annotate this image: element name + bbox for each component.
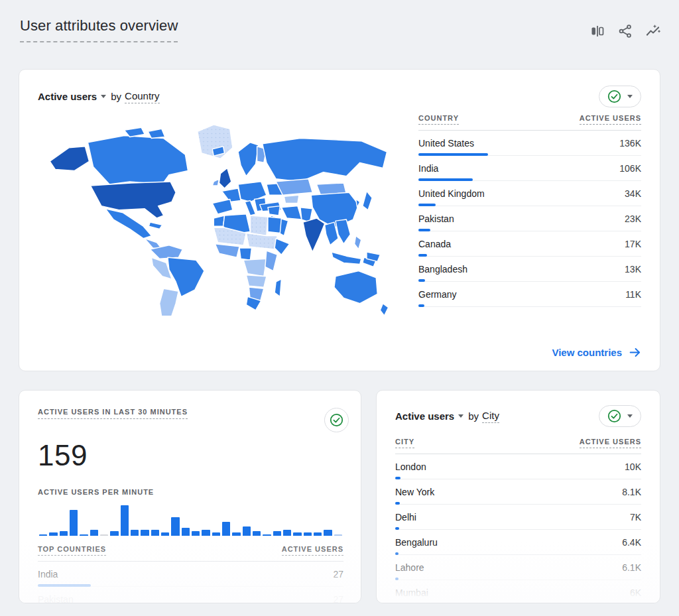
- column-header-dimension[interactable]: CITY: [395, 438, 414, 448]
- minute-bar: [283, 530, 291, 536]
- insights-icon[interactable]: [645, 23, 662, 40]
- row-value: 136K: [619, 138, 641, 149]
- view-countries-link[interactable]: View countries: [552, 346, 641, 359]
- column-header-dimension[interactable]: TOP COUNTRIES: [38, 545, 106, 556]
- user-attributes-overview-page: User attributes overview: [0, 0, 679, 616]
- minute-bar: [314, 532, 322, 536]
- table-row[interactable]: Germany11K: [418, 282, 641, 307]
- minute-bar: [151, 530, 159, 536]
- row-bar: [395, 527, 641, 530]
- data-quality-button[interactable]: [324, 408, 349, 432]
- row-label: Lahore: [395, 562, 424, 573]
- table-row[interactable]: Delhi7K: [395, 505, 641, 530]
- title-by: by: [468, 410, 479, 422]
- dimension-selector[interactable]: City: [482, 410, 499, 423]
- row-label: Delhi: [395, 512, 416, 523]
- table-row[interactable]: India27: [38, 562, 343, 587]
- table-row[interactable]: India106K: [418, 156, 641, 181]
- row-value: 27: [333, 569, 343, 580]
- caret-down-icon: [458, 414, 463, 418]
- minute-bar: [60, 531, 68, 536]
- table-row[interactable]: Bengaluru6.4K: [395, 530, 641, 555]
- minute-bar: [90, 530, 98, 536]
- table-row[interactable]: United Kingdom34K: [418, 181, 641, 206]
- row-label: India: [418, 163, 438, 174]
- row-value: 17K: [625, 239, 641, 249]
- title-by: by: [111, 91, 121, 102]
- minute-bar: [141, 530, 149, 536]
- table-row[interactable]: Pakistan23K: [418, 206, 641, 231]
- active-users-by-country-card: Active users by Country: [19, 69, 660, 371]
- minute-bar: [49, 532, 57, 536]
- row-bar: [418, 204, 641, 206]
- row-bar: [395, 603, 641, 603]
- minute-bar: [182, 528, 190, 536]
- minute-bar: [202, 530, 210, 536]
- row-value: 13K: [625, 264, 641, 275]
- caret-down-icon: [101, 95, 106, 98]
- row-bar: [395, 477, 641, 479]
- world-choropleth-map[interactable]: [38, 119, 404, 316]
- row-value: 6.4K: [622, 537, 641, 548]
- table-row[interactable]: London10K: [395, 454, 641, 479]
- comparison-icon[interactable]: [589, 23, 606, 40]
- row-label: India: [38, 569, 58, 580]
- city-table: CITYACTIVE USERSLondon10KNew York8.1KDel…: [395, 438, 641, 603]
- view-countries-label: View countries: [552, 347, 622, 358]
- row-value: 106K: [619, 163, 641, 174]
- row-label: Bangladesh: [418, 264, 467, 275]
- minute-bar: [80, 534, 88, 536]
- table-row[interactable]: Lahore6.1K: [395, 555, 641, 580]
- minute-bar: [222, 522, 230, 536]
- row-bar: [395, 502, 641, 505]
- column-header-metric[interactable]: ACTIVE USERS: [580, 114, 641, 125]
- column-header-dimension[interactable]: COUNTRY: [418, 114, 459, 125]
- minute-bar: [293, 532, 301, 536]
- table-row[interactable]: United States136K: [418, 131, 641, 156]
- active-users-count: 159: [38, 439, 361, 472]
- dimension-selector[interactable]: Country: [125, 90, 160, 103]
- active-users-per-minute-chart[interactable]: [39, 504, 342, 536]
- country-table: COUNTRYACTIVE USERSUnited States136KIndi…: [418, 114, 641, 316]
- row-label: Pakistan: [38, 594, 74, 604]
- row-bar: [418, 229, 641, 231]
- row-value: 6.1K: [622, 562, 641, 573]
- column-header-metric[interactable]: ACTIVE USERS: [580, 438, 641, 448]
- table-row[interactable]: Mumbai6K: [395, 580, 641, 603]
- minute-bar: [212, 532, 220, 536]
- minute-bar: [121, 505, 129, 536]
- minute-bar: [39, 534, 47, 536]
- row-value: 7K: [630, 512, 641, 523]
- column-header-metric[interactable]: ACTIVE USERS: [282, 545, 343, 556]
- table-row[interactable]: Pakistan27: [38, 587, 343, 603]
- table-row[interactable]: New York8.1K: [395, 479, 641, 505]
- row-bar: [38, 584, 343, 587]
- row-value: 6K: [630, 587, 641, 598]
- row-label: Canada: [418, 239, 451, 249]
- data-quality-button[interactable]: [599, 86, 641, 107]
- metric-selector[interactable]: Active users: [395, 410, 454, 422]
- minute-bar: [273, 531, 281, 536]
- minute-bar: [253, 531, 261, 536]
- row-bar: [418, 279, 641, 282]
- table-row[interactable]: Canada17K: [418, 231, 641, 257]
- row-value: 8.1K: [622, 487, 641, 497]
- metric-selector[interactable]: Active users: [38, 91, 97, 102]
- minute-bar: [131, 530, 139, 536]
- row-label: London: [395, 462, 426, 472]
- row-bar: [418, 153, 641, 156]
- minute-bar: [263, 534, 271, 536]
- header-actions: [589, 23, 662, 40]
- row-label: Germany: [418, 289, 457, 300]
- card-title-city: Active users by City: [395, 410, 499, 423]
- per-minute-label: ACTIVE USERS PER MINUTE: [38, 488, 154, 496]
- card-title-country: Active users by Country: [38, 90, 160, 103]
- row-value: 10K: [625, 462, 641, 472]
- row-label: Mumbai: [395, 587, 428, 598]
- data-quality-button[interactable]: [599, 405, 641, 427]
- minute-bar: [304, 532, 312, 536]
- share-icon[interactable]: [617, 23, 634, 40]
- check-circle-icon: [607, 90, 621, 103]
- minute-bar: [243, 526, 251, 536]
- table-row[interactable]: Bangladesh13K: [418, 257, 641, 282]
